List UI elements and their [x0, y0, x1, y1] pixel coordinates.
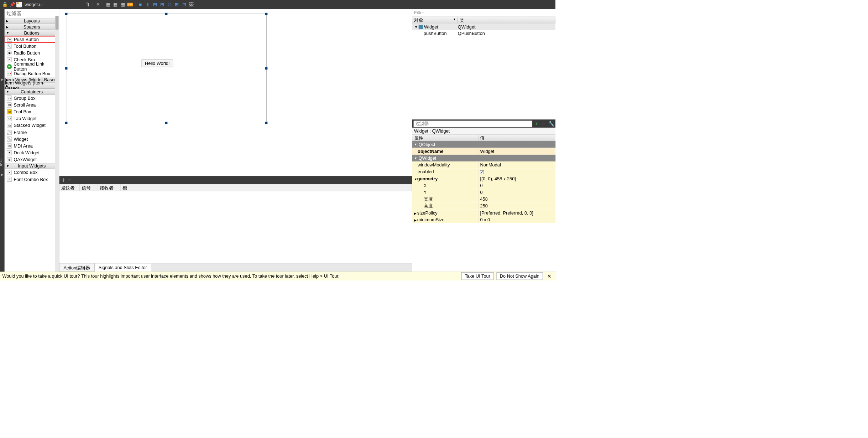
group-buttons[interactable]: ▼Buttons: [5, 30, 59, 36]
widget-tool-box[interactable]: ▭Tool Box: [5, 108, 59, 115]
adjust-size-icon[interactable]: 🖼: [188, 1, 195, 8]
wrench-icon[interactable]: 🔧: [548, 121, 554, 127]
widget-dock-widget[interactable]: ✦Dock Widget: [5, 149, 59, 156]
prop-minimumsize[interactable]: ▶minimumSize0 x 0: [412, 216, 556, 223]
widget-stacked-widget[interactable]: ▭Stacked Widget: [5, 122, 59, 129]
break-layout-icon[interactable]: ⊡: [181, 1, 187, 8]
layout-vsplit-icon[interactable]: ⊞: [159, 1, 166, 8]
resize-handle[interactable]: [65, 67, 67, 69]
widget-tab-widget[interactable]: ▭Tab Widget: [5, 115, 59, 122]
tab-action-editor[interactable]: Action编辑器: [59, 263, 94, 272]
prop-y[interactable]: Y0: [412, 189, 556, 196]
take-tour-button[interactable]: Take UI Tour: [461, 272, 494, 280]
edit-signals-icon[interactable]: ▦: [112, 1, 119, 8]
layout-grid-icon[interactable]: ⊞: [174, 1, 180, 8]
remove-icon[interactable]: −: [68, 176, 71, 184]
close-tab-icon[interactable]: ✕: [95, 1, 101, 8]
widget-widget[interactable]: Widget: [5, 136, 59, 143]
resize-handle[interactable]: [265, 67, 267, 69]
hello-world-button[interactable]: Hello World!: [141, 60, 173, 67]
property-filter-input[interactable]: [414, 120, 532, 127]
col-object[interactable]: 对象▲: [412, 17, 458, 24]
status-bar: Would you like to take a quick UI tour? …: [0, 272, 555, 280]
dropdown-icon[interactable]: ⇅: [84, 1, 91, 8]
widget-box-panel: 过滤器 ▶Layouts ▶Spacers ▼Buttons OKPush Bu…: [5, 9, 59, 272]
widget-command-link[interactable]: ➜Command Link Button: [5, 63, 59, 70]
form-root-widget[interactable]: Hello World!: [66, 14, 267, 123]
object-row-widget[interactable]: ▼Widget QWidget: [412, 24, 556, 30]
edit-buddies-icon[interactable]: ▦: [120, 1, 126, 8]
resize-handle[interactable]: [265, 122, 267, 124]
chevron-right-icon[interactable]: ▶: [414, 211, 417, 215]
layout-form-icon[interactable]: ⁞⁞: [166, 1, 173, 8]
edit-tab-order-icon[interactable]: 123: [127, 1, 133, 8]
widget-tool-button[interactable]: 🔧Tool Button: [5, 43, 59, 50]
layout-h-icon[interactable]: ≡: [137, 1, 143, 8]
widgetbox-scrollbar[interactable]: [55, 16, 59, 272]
section-qwidget[interactable]: ▼QWidget: [412, 155, 556, 161]
resize-handle[interactable]: [65, 13, 67, 15]
group-containers[interactable]: ▼Containers: [5, 89, 59, 95]
widget-group-box[interactable]: ▭Group Box: [5, 95, 59, 102]
widget-font-combo-box[interactable]: AFont Combo Box: [5, 176, 59, 182]
widget-dialog-button-box[interactable]: ✓✗Dialog Button Box: [5, 70, 59, 77]
remove-property-icon[interactable]: −: [541, 121, 547, 127]
prop-x[interactable]: X0: [412, 182, 556, 189]
widget-qax-widget[interactable]: ⊕QAxWidget: [5, 156, 59, 163]
widget-mdi-area[interactable]: ▭MDI Area: [5, 143, 59, 149]
close-icon[interactable]: ✕: [545, 273, 553, 279]
checkbox-icon[interactable]: ✓: [480, 170, 483, 174]
add-icon[interactable]: +: [62, 176, 65, 184]
widgetbox-filter[interactable]: 过滤器: [5, 9, 59, 18]
signals-body[interactable]: [59, 191, 412, 263]
col-value[interactable]: 值: [478, 135, 486, 141]
group-spacers[interactable]: ▶Spacers: [5, 24, 59, 30]
group-item-widgets[interactable]: ▶Item Widgets (Item-Based): [5, 83, 59, 89]
chevron-right-icon[interactable]: ▶: [414, 218, 417, 222]
property-body[interactable]: ▼QObject objectNameWidget ▼QWidget windo…: [412, 141, 556, 272]
lock-icon[interactable]: 🔓: [2, 1, 8, 8]
object-filter[interactable]: Filter: [412, 9, 556, 17]
pin-icon[interactable]: 📌: [9, 1, 16, 8]
prop-sizepolicy[interactable]: ▶sizePolicy[Preferred, Preferred, 0, 0]: [412, 210, 556, 216]
resize-handle[interactable]: [165, 13, 167, 15]
prop-width[interactable]: 宽度458: [412, 196, 556, 202]
resize-handle[interactable]: [265, 13, 267, 15]
layout-hsplit-icon[interactable]: ⊟: [152, 1, 158, 8]
prop-height[interactable]: 高度250: [412, 202, 556, 209]
do-not-show-button[interactable]: Do Not Show Again: [496, 272, 543, 280]
chevron-down-icon[interactable]: ▼: [414, 25, 418, 29]
col-sender[interactable]: 发送者 ▼: [59, 184, 80, 191]
widget-push-button[interactable]: OKPush Button: [5, 36, 59, 42]
form-canvas[interactable]: Hello World!: [59, 9, 412, 176]
group-layouts[interactable]: ▶Layouts: [5, 18, 59, 24]
tab-signals-slots[interactable]: Signals and Slots Editor: [94, 263, 151, 272]
chevron-right-icon-2[interactable]: ▶: [1, 173, 4, 176]
col-signal[interactable]: 信号: [80, 184, 98, 191]
resize-handle[interactable]: [165, 122, 167, 124]
section-qobject[interactable]: ▼QObject: [412, 141, 556, 148]
object-tree[interactable]: ▼Widget QWidget pushButton QPushButton: [412, 24, 556, 120]
col-property[interactable]: 属性: [412, 135, 479, 141]
prop-geometry[interactable]: ▼geometry[(0, 0), 458 x 250]: [412, 175, 556, 182]
widget-scroll-area[interactable]: ▤Scroll Area: [5, 102, 59, 108]
chevron-down-icon[interactable]: ▼: [414, 177, 417, 181]
group-input-widgets[interactable]: ▼Input Widgets: [5, 163, 59, 169]
col-receiver[interactable]: 接收者: [98, 184, 121, 191]
col-class[interactable]: 类: [458, 17, 556, 24]
col-slot[interactable]: 槽: [121, 184, 412, 191]
prop-objectname[interactable]: objectNameWidget: [412, 148, 556, 155]
chevron-right-icon[interactable]: ▶: [1, 78, 4, 81]
widget-frame[interactable]: Frame: [5, 129, 59, 136]
resize-handle[interactable]: [65, 122, 67, 124]
edit-widgets-icon[interactable]: ▦: [105, 1, 111, 8]
widget-combo-box[interactable]: ▾Combo Box: [5, 169, 59, 176]
chevron-right-icon: ▶: [6, 19, 9, 23]
layout-v-icon[interactable]: ⦀: [145, 1, 151, 8]
add-property-icon[interactable]: +: [534, 121, 540, 127]
object-row-pushbutton[interactable]: pushButton QPushButton: [412, 30, 556, 36]
prop-windowmodality[interactable]: windowModalityNonModal: [412, 161, 556, 168]
widget-radio-button[interactable]: ◉Radio Button: [5, 50, 59, 56]
prop-enabled[interactable]: enabled✓: [412, 168, 556, 175]
file-tab-title[interactable]: widget.ui: [23, 1, 84, 8]
